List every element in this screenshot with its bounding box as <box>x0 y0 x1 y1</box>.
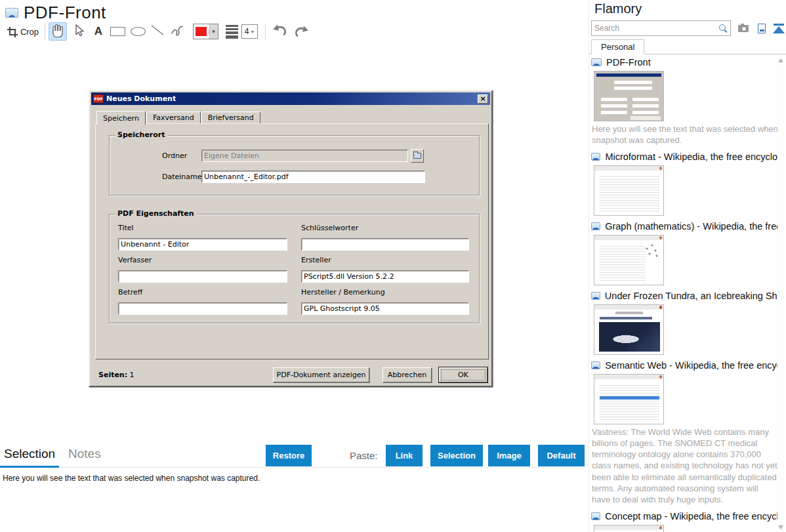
ersteller-field[interactable] <box>301 270 469 283</box>
list-item-header[interactable]: Concept map - Wikipedia, the free encycl… <box>591 510 778 523</box>
snapshot-thumbnail[interactable] <box>594 525 664 532</box>
tab-selection[interactable]: Selection <box>4 447 55 461</box>
verfasser-field[interactable] <box>118 270 287 283</box>
toolbar-separator <box>45 24 45 39</box>
list-item-title: Concept map - Wikipedia, the free encycl… <box>605 511 778 522</box>
snapshot-icon <box>5 8 18 18</box>
browse-folder-button[interactable] <box>411 149 424 163</box>
snapshot-thumbnail[interactable] <box>594 165 664 216</box>
line-width-value: 4 <box>245 27 249 36</box>
paste-link-button[interactable]: Link <box>386 445 423 466</box>
snapshot-thumbnail[interactable] <box>594 235 664 285</box>
tab-briefversand[interactable]: Briefversand <box>201 112 260 123</box>
snapshot-icon <box>591 292 600 300</box>
list-item-header[interactable]: PDF-Front <box>591 56 778 69</box>
scroll-up-icon[interactable] <box>778 58 783 62</box>
note-button[interactable] <box>755 22 769 35</box>
search-icon[interactable] <box>719 24 728 33</box>
dialog-close-icon[interactable]: × <box>478 94 488 104</box>
list-item[interactable]: Semantic Web - Wikipedia, the free encyc… <box>591 359 778 506</box>
flamory-logo-button[interactable] <box>772 22 786 35</box>
bottom-panel: Selection Notes Restore Paste: Link Sele… <box>0 443 589 532</box>
list-item[interactable]: Concept map - Wikipedia, the free encycl… <box>591 510 778 532</box>
note-icon <box>758 24 766 33</box>
color-dropdown-arrow-icon[interactable]: ▼ <box>209 29 218 35</box>
list-item-title: Microformat - Wikipedia, the free encycl… <box>605 152 778 162</box>
snapshot-canvas[interactable]: PDF Neues Dokument × Speichern Faxversan… <box>0 42 589 443</box>
verfasser-label: Verfasser <box>118 256 152 264</box>
pdf-anzeigen-button[interactable]: PDF-Dokument anzeigen <box>273 367 369 382</box>
list-item-header[interactable]: Graph (mathematics) - Wikipedia, the fre… <box>591 220 778 233</box>
rectangle-tool-button[interactable] <box>108 22 127 41</box>
speicherort-group: Speicherort Ordner Dateiname <box>109 135 480 195</box>
ellipse-tool-button[interactable] <box>128 22 148 41</box>
dialog-title: Neues Dokument <box>106 94 475 103</box>
undo-button[interactable] <box>270 22 290 41</box>
snapshot-thumbnail[interactable] <box>594 374 664 424</box>
scroll-down-icon[interactable] <box>778 525 783 529</box>
color-picker-button[interactable]: ▼ <box>193 24 218 39</box>
ersteller-label: Ersteller <box>301 256 331 264</box>
ordner-label: Ordner <box>162 152 187 160</box>
betreff-field[interactable] <box>118 302 287 315</box>
paste-label: Paste: <box>350 450 378 461</box>
ok-button[interactable]: OK <box>439 367 487 382</box>
line-width-dropdown[interactable]: 4 ▼ <box>241 24 258 39</box>
freehand-icon <box>171 24 184 39</box>
redo-button[interactable] <box>291 22 311 41</box>
line-width-icon-button[interactable] <box>223 22 240 41</box>
titel-field[interactable] <box>118 238 287 251</box>
snapshot-header: PDF-Front <box>5 3 106 23</box>
paste-default-button[interactable]: Default <box>538 445 585 466</box>
hersteller-label: Hersteller / Bemerkung <box>301 288 385 297</box>
annotation-toolbar: Crop A ▼ <box>0 21 589 42</box>
seiten-value: 1 <box>130 371 134 379</box>
bottom-divider <box>0 467 585 468</box>
pdf-eigenschaften-group: PDF Eigenschaften Titel Schlüsselworter … <box>109 214 480 323</box>
freehand-tool-button[interactable] <box>168 22 186 41</box>
list-item-title: Semantic Web - Wikipedia, the free encyc… <box>605 360 778 371</box>
line-tool-button[interactable] <box>148 22 167 41</box>
dateiname-label: Dateiname <box>162 173 202 181</box>
hand-tool-button[interactable] <box>49 22 67 41</box>
dateiname-field[interactable] <box>201 171 425 183</box>
dialog-tab-page: Speicherort Ordner Dateiname PDF Eigensc… <box>95 123 489 359</box>
crop-button[interactable]: Crop <box>4 22 42 41</box>
search-box[interactable] <box>591 20 731 36</box>
list-item[interactable]: Graph (mathematics) - Wikipedia, the fre… <box>591 220 778 285</box>
camera-button[interactable] <box>736 22 751 35</box>
ellipse-icon <box>131 27 146 36</box>
list-item-header[interactable]: Microformat - Wikipedia, the free encycl… <box>591 150 778 163</box>
snapshot-thumbnail[interactable] <box>594 71 664 121</box>
paste-image-button[interactable]: Image <box>488 445 530 466</box>
sidebar-scrollbar[interactable] <box>777 56 785 532</box>
toolbar-separator <box>265 24 266 39</box>
snapshot-icon <box>591 361 600 369</box>
abbrechen-button[interactable]: Abbrechen <box>383 367 432 382</box>
pdf-app-icon: PDF <box>93 94 104 103</box>
tab-speichern[interactable]: Speichern <box>96 111 146 125</box>
active-tab-underline <box>0 466 59 468</box>
snapshot-icon <box>591 153 600 161</box>
restore-button[interactable]: Restore <box>266 445 312 466</box>
search-input[interactable] <box>594 24 719 33</box>
list-item[interactable]: PDF-Front Here you will see the text tha… <box>591 56 778 146</box>
tab-notes[interactable]: Notes <box>68 447 101 461</box>
list-item-title: Graph (mathematics) - Wikipedia, the fre… <box>605 221 778 232</box>
list-item[interactable]: Under Frozen Tundra, an Icebreaking Ship… <box>591 289 778 355</box>
list-item[interactable]: Microformat - Wikipedia, the free encycl… <box>591 150 778 216</box>
paste-selection-button[interactable]: Selection <box>430 445 483 466</box>
seiten-status: Seiten: 1 <box>98 371 134 379</box>
text-tool-button[interactable]: A <box>91 22 106 41</box>
dialog-tabstrip: Speichern Faxversand Briefversand <box>96 111 261 123</box>
schluesselworter-field[interactable] <box>301 238 469 251</box>
tab-faxversand[interactable]: Faxversand <box>146 112 201 123</box>
list-item-header[interactable]: Under Frozen Tundra, an Icebreaking Ship… <box>591 289 778 302</box>
snapshot-thumbnail[interactable] <box>594 304 664 355</box>
neues-dokument-dialog: PDF Neues Dokument × Speichern Faxversan… <box>89 90 493 387</box>
dialog-titlebar[interactable]: PDF Neues Dokument × <box>91 92 490 105</box>
list-item-header[interactable]: Semantic Web - Wikipedia, the free encyc… <box>591 359 778 372</box>
select-tool-button[interactable] <box>70 22 88 41</box>
hersteller-field[interactable] <box>301 302 469 315</box>
tab-personal[interactable]: Personal <box>591 39 644 54</box>
